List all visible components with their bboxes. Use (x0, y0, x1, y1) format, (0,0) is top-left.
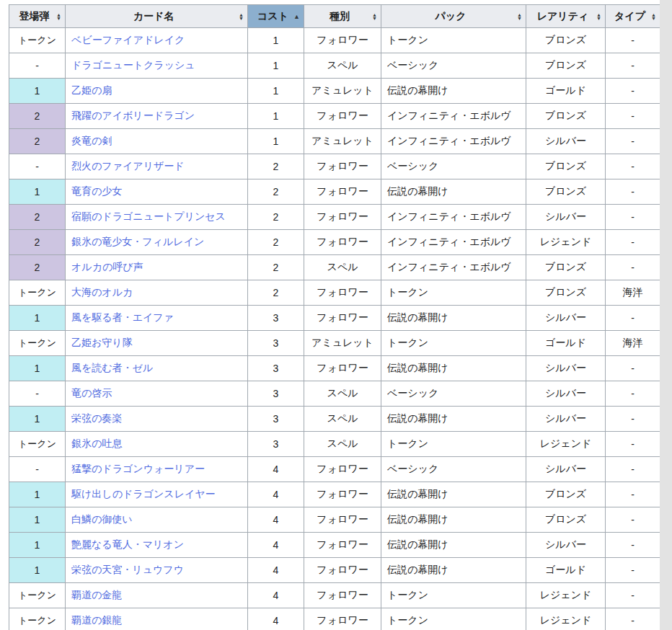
table-row: 1風を駆る者・エイファ3フォロワー伝説の幕開けシルバー- (9, 306, 660, 331)
card-name-link[interactable]: 竜育の少女 (71, 185, 122, 197)
cell-name: 乙姫の扇 (66, 79, 248, 104)
cell-rarity: ブロンズ (526, 28, 606, 53)
table-row: トークンベビーファイアドレイク1フォロワートークンブロンズ- (9, 28, 660, 53)
cell-kind: フォロワー (304, 154, 381, 179)
cell-trait: 海洋 (606, 331, 660, 356)
column-header-label: 登場弾 (19, 10, 50, 22)
table-row: 2飛躍のアイボリードラゴン1フォロワーインフィニティ・エボルヴブロンズ- (9, 104, 660, 129)
card-name-link[interactable]: 栄弦の天宮・リュウフウ (71, 564, 184, 575)
card-name-link[interactable]: 覇道の銀龍 (71, 614, 122, 626)
cell-name: 竜の啓示 (66, 381, 248, 407)
cell-cost: 2 (248, 179, 304, 205)
cell-rarity: シルバー (526, 407, 606, 432)
column-header-debut[interactable]: 登場弾▲▼ (9, 5, 66, 28)
card-name-link[interactable]: 銀氷の竜少女・フィルレイン (71, 236, 204, 247)
cell-pack: 伝説の幕開け (381, 356, 526, 381)
cell-rarity: レジェンド (526, 583, 606, 608)
table-row: 2宿願のドラゴニュートプリンセス2フォロワーインフィニティ・エボルヴシルバー- (9, 205, 660, 230)
cell-cost: 3 (248, 407, 304, 432)
card-name-link[interactable]: 艶麗なる竜人・マリオン (71, 538, 184, 550)
cell-cost: 4 (248, 457, 304, 482)
cell-name: 栄弦の奏楽 (66, 407, 248, 432)
cell-name: 銀氷の吐息 (66, 432, 248, 457)
card-name-link[interactable]: 風を駆る者・エイファ (71, 311, 174, 323)
cell-pack: ベーシック (381, 457, 526, 482)
cell-name: 宿願のドラゴニュートプリンセス (66, 205, 248, 230)
cell-trait: - (606, 482, 660, 507)
column-header-name[interactable]: カード名▲▼ (66, 5, 248, 28)
sort-ascending-icon: ▲ (293, 13, 300, 19)
cell-kind: フォロワー (304, 558, 381, 583)
cell-name: 烈火のファイアリザード (66, 154, 248, 179)
card-name-link[interactable]: 風を読む者・ゼル (71, 362, 153, 373)
cell-pack: インフィニティ・エボルヴ (381, 230, 526, 255)
cell-pack: ベーシック (381, 154, 526, 179)
cell-debut: - (9, 53, 66, 79)
cell-name: 駆け出しのドラゴンスレイヤー (66, 482, 248, 507)
card-name-link[interactable]: 大海のオルカ (71, 286, 133, 298)
cell-cost: 2 (248, 255, 304, 280)
cell-rarity: ゴールド (526, 558, 606, 583)
column-header-trait[interactable]: タイプ▲▼ (606, 5, 660, 28)
cell-pack: インフィニティ・エボルヴ (381, 129, 526, 154)
column-header-kind[interactable]: 種別▲▼ (304, 5, 381, 28)
card-name-link[interactable]: 銀氷の吐息 (71, 438, 122, 449)
column-header-cost[interactable]: コスト▲ (248, 5, 304, 28)
cell-cost: 3 (248, 432, 304, 457)
card-name-link[interactable]: 白鱗の御使い (71, 513, 133, 525)
table-row: 1栄弦の奏楽3スペル伝説の幕開けシルバー- (9, 407, 660, 432)
card-name-link[interactable]: 乙姫お守り隊 (71, 337, 133, 348)
cell-name: 大海のオルカ (66, 280, 248, 306)
cell-pack: トークン (381, 28, 526, 53)
table-row: 2オルカの呼び声2スペルインフィニティ・エボルヴブロンズ- (9, 255, 660, 280)
cell-kind: スペル (304, 255, 381, 280)
cell-pack: 伝説の幕開け (381, 179, 526, 205)
cell-kind: フォロワー (304, 482, 381, 507)
cell-trait: - (606, 583, 660, 608)
card-name-link[interactable]: 栄弦の奏楽 (71, 412, 122, 424)
card-name-link[interactable]: 烈火のファイアリザード (71, 160, 185, 172)
cell-pack: 伝説の幕開け (381, 407, 526, 432)
cell-debut: トークン (9, 280, 66, 306)
cell-name: 銀氷の竜少女・フィルレイン (66, 230, 248, 255)
card-name-link[interactable]: 猛撃のドラゴンウォーリアー (71, 463, 205, 474)
column-header-rarity[interactable]: レアリティ▲▼ (526, 5, 606, 28)
column-header-label: 種別 (330, 10, 350, 22)
sort-both-icon: ▲▼ (596, 13, 601, 20)
cell-kind: フォロワー (304, 306, 381, 331)
card-name-link[interactable]: 炎竜の剣 (71, 135, 112, 146)
sort-both-icon: ▲▼ (651, 13, 656, 20)
card-name-link[interactable]: 乙姫の扇 (71, 84, 112, 96)
cell-rarity: レジェンド (526, 230, 606, 255)
table-row: トークン覇道の金龍4フォロワートークンレジェンド- (9, 583, 660, 608)
cell-pack: インフィニティ・エボルヴ (381, 205, 526, 230)
cell-trait: - (606, 154, 660, 179)
cell-cost: 1 (248, 28, 304, 53)
table-row: 1栄弦の天宮・リュウフウ4フォロワー伝説の幕開けゴールド- (9, 558, 660, 583)
cell-debut: トークン (9, 608, 66, 630)
column-header-label: タイプ (614, 10, 645, 22)
card-name-link[interactable]: 飛躍のアイボリードラゴン (71, 110, 195, 121)
cell-name: 乙姫お守り隊 (66, 331, 248, 356)
card-name-link[interactable]: オルカの呼び声 (71, 261, 143, 272)
cell-debut: 1 (9, 507, 66, 533)
card-name-link[interactable]: 宿願のドラゴニュートプリンセス (71, 210, 226, 222)
cell-trait: - (606, 608, 660, 630)
cell-name: 炎竜の剣 (66, 129, 248, 154)
cell-debut: 2 (9, 104, 66, 129)
cell-trait: - (606, 407, 660, 432)
card-name-link[interactable]: ベビーファイアドレイク (71, 34, 185, 45)
cell-kind: フォロワー (304, 457, 381, 482)
cell-cost: 2 (248, 280, 304, 306)
table-row: 2炎竜の剣1アミュレットインフィニティ・エボルヴシルバー- (9, 129, 660, 154)
cell-kind: フォロワー (304, 179, 381, 205)
card-name-link[interactable]: 駆け出しのドラゴンスレイヤー (71, 488, 216, 500)
cell-name: オルカの呼び声 (66, 255, 248, 280)
card-name-link[interactable]: 竜の啓示 (71, 387, 112, 399)
card-name-link[interactable]: 覇道の金龍 (71, 589, 122, 600)
card-name-link[interactable]: ドラゴニュートクラッシュ (71, 59, 195, 71)
column-header-label: レアリティ (537, 10, 589, 22)
cell-name: 風を読む者・ゼル (66, 356, 248, 381)
column-header-pack[interactable]: パック▲▼ (381, 5, 526, 28)
cell-debut: - (9, 457, 66, 482)
